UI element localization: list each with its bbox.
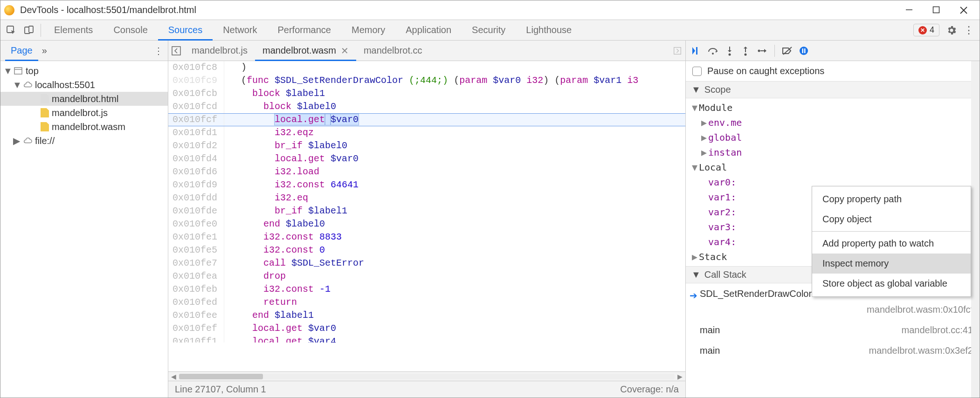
window-buttons xyxy=(905,6,976,15)
context-menu-item[interactable]: Copy object xyxy=(812,209,971,229)
panel-tab-network[interactable]: Network xyxy=(213,20,267,40)
file-icon xyxy=(41,94,49,103)
context-menu-item[interactable]: Add property path to watch xyxy=(812,233,971,254)
error-icon: ✕ xyxy=(918,26,927,34)
code-line[interactable]: 0x010fee end $label1 xyxy=(168,309,685,322)
context-menu-item[interactable]: Copy property path xyxy=(812,189,971,209)
code-line[interactable]: 0x010fcf local.get $var0 xyxy=(168,113,685,126)
body: Page » ⋮ ▼ top ▼ localhost:5501 mandelbr… xyxy=(0,41,980,398)
settings-icon[interactable] xyxy=(946,25,957,36)
panel-tab-performance[interactable]: Performance xyxy=(268,20,342,40)
code-line[interactable]: 0x010fc8 ) xyxy=(168,61,685,74)
code-line[interactable]: 0x010fc9 (func $SDL_SetRenderDrawColor (… xyxy=(168,74,685,87)
code-line[interactable]: 0x010fdd i32.eq xyxy=(168,192,685,205)
file-tab[interactable]: mandelbrot.wasm✕ xyxy=(255,41,356,61)
code-line[interactable]: 0x010fd4 local.get $var0 xyxy=(168,152,685,165)
scope-module[interactable]: ▼Module xyxy=(686,100,980,115)
context-menu-item[interactable]: Inspect memory xyxy=(812,254,971,274)
scope-item[interactable]: ▶instan xyxy=(686,145,980,160)
code-line[interactable]: 0x010fed return xyxy=(168,296,685,309)
tree-origin[interactable]: ▼ localhost:5501 xyxy=(0,78,168,92)
tree-top-frame[interactable]: ▼ top xyxy=(0,64,168,78)
panel-tab-application[interactable]: Application xyxy=(395,20,462,40)
panel-tab-console[interactable]: Console xyxy=(103,20,158,40)
pause-exceptions-icon[interactable] xyxy=(799,46,808,55)
call-stack-frame[interactable]: mainmandelbrot.cc:41 xyxy=(686,320,980,340)
deactivate-breakpoints-icon[interactable] xyxy=(781,46,793,56)
debugger-toolbar xyxy=(686,41,980,61)
maximize-button[interactable] xyxy=(932,6,940,15)
svg-rect-6 xyxy=(29,26,33,33)
inspect-element-icon[interactable] xyxy=(2,21,20,40)
svg-rect-18 xyxy=(802,48,804,53)
navigator-header: Page » ⋮ xyxy=(0,41,168,61)
navigator-menu-icon[interactable]: ⋮ xyxy=(154,45,163,56)
panel-tab-lighthouse[interactable]: Lighthouse xyxy=(516,20,582,40)
code-line[interactable]: 0x010fcb block $label1 xyxy=(168,87,685,100)
resume-icon[interactable] xyxy=(690,46,701,56)
context-menu-item[interactable]: Store object as global variable xyxy=(812,274,971,294)
horizontal-scrollbar[interactable]: ◀▶ xyxy=(168,371,685,381)
panel-tab-memory[interactable]: Memory xyxy=(341,20,395,40)
svg-rect-10 xyxy=(674,47,681,54)
code-line[interactable]: 0x010fea drop xyxy=(168,270,685,283)
call-stack-frame[interactable]: mainmandelbrot.wasm:0x3ef2 xyxy=(686,340,980,361)
frame-location: mandelbrot.wasm:0x10fcf xyxy=(700,302,973,317)
source-panel: mandelbrot.jsmandelbrot.wasm✕mandelbrot.… xyxy=(168,41,686,398)
code-line[interactable]: 0x010feb i32.const -1 xyxy=(168,283,685,296)
scope-item[interactable]: ▶global xyxy=(686,130,980,145)
file-tab[interactable]: mandelbrot.cc xyxy=(356,41,430,61)
svg-point-12 xyxy=(712,53,714,55)
file-tab[interactable]: mandelbrot.js xyxy=(184,41,255,61)
checkbox-icon xyxy=(692,67,702,76)
frame-location: mandelbrot.wasm:0x3ef2 xyxy=(869,343,973,358)
step-out-icon[interactable] xyxy=(741,46,750,56)
panel-tab-elements[interactable]: Elements xyxy=(44,20,103,40)
vertical-scrollbar[interactable] xyxy=(971,61,980,398)
code-line[interactable]: 0x010fcd block $label0 xyxy=(168,100,685,113)
code-line[interactable]: 0x010fd9 i32.const 64641 xyxy=(168,178,685,192)
tree-label: file:// xyxy=(35,136,55,146)
code-line[interactable]: 0x010fd2 br_if $label0 xyxy=(168,139,685,152)
code-line[interactable]: 0x010ff1 local.get $var4 xyxy=(168,335,685,343)
code-line[interactable]: 0x010fd1 i32.eqz xyxy=(168,126,685,139)
file-icon xyxy=(41,122,49,131)
navigator-more-tabs[interactable]: » xyxy=(38,45,51,56)
scope-header[interactable]: ▼ Scope xyxy=(686,81,980,98)
scope-local[interactable]: ▼Local xyxy=(686,160,980,175)
code-line[interactable]: 0x010fef local.get $var0 xyxy=(168,322,685,335)
code-line[interactable]: 0x010fe7 call $SDL_SetError xyxy=(168,257,685,270)
code-line[interactable]: 0x010fd6 i32.load xyxy=(168,165,685,178)
tree-file-scheme[interactable]: ▶ file:// xyxy=(0,134,168,148)
panel-tabs: ElementsConsoleSourcesNetworkPerformance… xyxy=(0,20,980,41)
code-line[interactable]: 0x010fe0 end $label0 xyxy=(168,218,685,231)
file-tab-label: mandelbrot.js xyxy=(192,45,248,56)
cursor-position: Line 27107, Column 1 xyxy=(175,384,266,395)
nav-fwd-icon[interactable] xyxy=(669,43,685,59)
minimize-button[interactable] xyxy=(905,6,913,15)
code-line[interactable]: 0x010fe1 i32.const 8833 xyxy=(168,231,685,244)
code-editor[interactable]: 0x010fc8 )0x010fc9 (func $SDL_SetRenderD… xyxy=(168,61,685,371)
code-line[interactable]: 0x010fe5 i32.const 0 xyxy=(168,244,685,257)
device-toolbar-icon[interactable] xyxy=(20,21,38,40)
step-over-icon[interactable] xyxy=(707,46,718,56)
code-line[interactable]: 0x010fde br_if $label1 xyxy=(168,205,685,218)
close-button[interactable] xyxy=(959,6,968,15)
step-icon[interactable] xyxy=(757,46,768,56)
tree-file[interactable]: mandelbrot.wasm xyxy=(0,120,168,134)
step-into-icon[interactable] xyxy=(725,46,734,56)
nav-back-icon[interactable] xyxy=(168,43,184,59)
file-tab-label: mandelbrot.wasm xyxy=(262,45,336,56)
scope-item[interactable]: ▶env.me xyxy=(686,115,980,130)
tree-file[interactable]: mandelbrot.js xyxy=(0,106,168,120)
pause-on-exceptions-checkbox[interactable]: Pause on caught exceptions xyxy=(686,61,980,81)
panel-tab-sources[interactable]: Sources xyxy=(158,20,213,40)
current-frame-icon: ➔ xyxy=(690,288,697,303)
error-count-badge[interactable]: ✕ 4 xyxy=(913,24,939,36)
kebab-menu-icon[interactable]: ⋮ xyxy=(964,24,974,36)
coverage-label: Coverage: n/a xyxy=(620,384,679,395)
panel-tab-security[interactable]: Security xyxy=(462,20,516,40)
tree-file[interactable]: mandelbrot.html xyxy=(0,92,168,106)
close-icon[interactable]: ✕ xyxy=(341,45,349,56)
navigator-tab-page[interactable]: Page xyxy=(5,41,38,61)
